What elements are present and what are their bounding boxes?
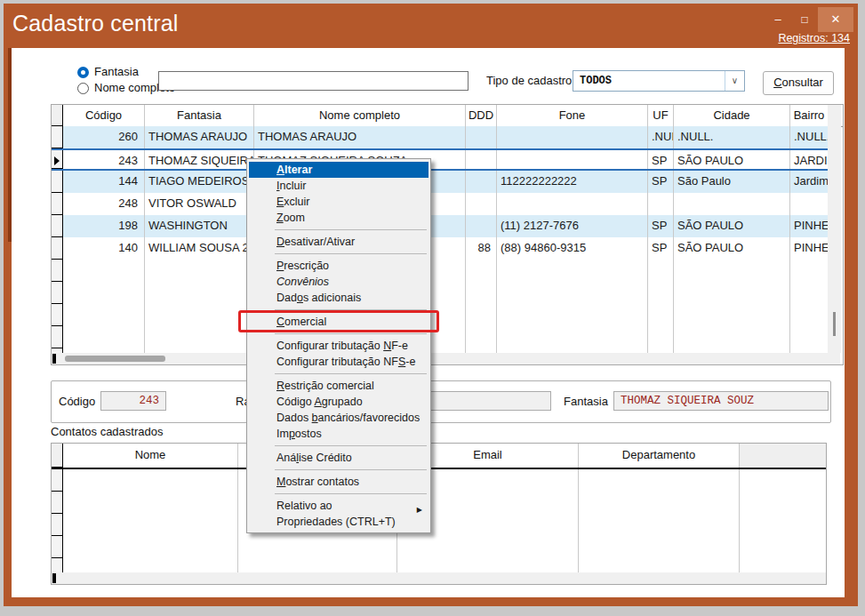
fantasia-radio-label[interactable]: Fantasia bbox=[94, 65, 139, 78]
nome-completo-radio[interactable] bbox=[77, 83, 89, 94]
menu-item-comercial[interactable]: Comercial bbox=[247, 314, 430, 330]
fantasia-label: Fantasia bbox=[564, 395, 608, 408]
menu-item-convenios[interactable]: Convênios bbox=[247, 274, 430, 290]
vertical-scrollbar[interactable] bbox=[828, 105, 841, 353]
menu-item-configurar-tributacao-nfse[interactable]: Configurar tributação NFS-e bbox=[247, 354, 430, 370]
menu-item-impostos[interactable]: Impostos bbox=[247, 426, 430, 442]
cell-fantasia: THOMAZ SIQUEIRA SOUZ bbox=[145, 150, 254, 169]
search-input[interactable] bbox=[158, 71, 469, 91]
col-header-departamento[interactable]: Departamento bbox=[579, 444, 740, 468]
table-header-row: Código Fantasia Nome completo DDD Fone U… bbox=[52, 105, 843, 127]
cell-ddd bbox=[466, 215, 497, 237]
col-header-bairro[interactable]: Bairro bbox=[790, 105, 828, 126]
cell-fone bbox=[497, 150, 648, 169]
grid-row[interactable]: 248 VITOR OSWALD bbox=[52, 193, 828, 215]
cell-cidade: SÃO PAULO bbox=[674, 215, 790, 237]
empty-row bbox=[52, 260, 828, 282]
cell-ddd bbox=[466, 193, 497, 215]
maximize-button[interactable]: □ bbox=[793, 9, 816, 30]
cell-fantasia: WASHINGTON bbox=[145, 215, 254, 237]
col-header-cidade[interactable]: Cidade bbox=[674, 105, 790, 126]
content-area: Fantasia Nome completo Tipo de cadastro … bbox=[12, 48, 845, 597]
chevron-down-icon[interactable]: ∨ bbox=[725, 71, 744, 91]
codigo-label: Código bbox=[59, 395, 95, 408]
menu-item-alterar[interactable]: Alterar bbox=[249, 162, 428, 178]
menu-item-zoom[interactable]: Zoom bbox=[247, 210, 430, 226]
grid-row-selected[interactable]: 243 THOMAZ SIQUEIRA SOUZ THOMAZ SIQUEIRA… bbox=[52, 148, 828, 171]
col-header-nome[interactable]: Nome bbox=[63, 444, 238, 468]
cell-codigo: 248 bbox=[63, 193, 145, 215]
records-table: Código Fantasia Nome completo DDD Fone U… bbox=[51, 104, 844, 365]
menu-item-codigo-agrupado[interactable]: Código Agrupado bbox=[247, 394, 430, 410]
scrollbar-thumb[interactable] bbox=[833, 312, 836, 336]
menu-item-dados-bancarios[interactable]: Dados bancários/favorecidos bbox=[247, 410, 430, 426]
cell-uf bbox=[648, 193, 674, 215]
cell-bairro bbox=[790, 193, 828, 215]
menu-separator bbox=[275, 253, 427, 254]
tipo-cadastro-label: Tipo de cadastro bbox=[486, 74, 572, 87]
cell-fone bbox=[497, 193, 648, 215]
row-selector[interactable] bbox=[52, 150, 63, 169]
cell-uf: .NULL. bbox=[648, 126, 674, 148]
col-header-uf[interactable]: UF bbox=[648, 105, 674, 126]
contacts-table: Nome Email Departamento bbox=[51, 443, 827, 585]
grid-row[interactable]: 140 WILLIAM SOUSA 2 88 (88) 94860-9315 S… bbox=[52, 237, 828, 260]
row-selector[interactable] bbox=[52, 237, 63, 260]
menu-item-dados-adicionais[interactable]: Dados adicionais bbox=[247, 290, 430, 306]
col-header-extra[interactable] bbox=[740, 444, 826, 468]
cell-fantasia: VITOR OSWALD bbox=[145, 193, 254, 215]
scrollbar-thumb[interactable] bbox=[65, 356, 165, 362]
grid-row[interactable]: 144 TIAGO MEDEIROS 112222222222 SP São P… bbox=[52, 171, 828, 193]
cell-cidade: SÃO PAULO bbox=[674, 237, 790, 260]
header-gutter bbox=[52, 444, 63, 468]
menu-item-analise-credito[interactable]: Análise Crédito bbox=[247, 450, 430, 466]
empty-row bbox=[52, 282, 828, 304]
horizontal-scrollbar[interactable] bbox=[52, 572, 826, 584]
cell-codigo: 260 bbox=[63, 126, 145, 148]
menu-item-restricao-comercial[interactable]: Restrição comercial bbox=[247, 378, 430, 394]
window-title: Cadastro central bbox=[12, 11, 179, 36]
app-window: Cadastro central – □ ✕ Registros: 134 bbox=[4, 4, 858, 606]
menu-item-prescricao[interactable]: Prescrição bbox=[247, 258, 430, 274]
menu-item-incluir[interactable]: Incluir bbox=[247, 178, 430, 194]
row-selector[interactable] bbox=[52, 126, 63, 148]
grid-row[interactable]: 260 THOMAS ARAUJO THOMAS ARAUJO .NULL. .… bbox=[52, 126, 828, 148]
row-selector[interactable] bbox=[52, 215, 63, 237]
menu-item-relativo-ao[interactable]: Relativo ao▶ bbox=[247, 498, 430, 514]
menu-item-configurar-tributacao-nfe[interactable]: Configurar tributação NF-e bbox=[247, 338, 430, 354]
cell-cidade: .NULL. bbox=[674, 126, 790, 148]
tipo-cadastro-select[interactable]: TODOS ∨ bbox=[573, 70, 745, 92]
col-header-nome[interactable]: Nome completo bbox=[254, 105, 466, 126]
menu-item-propriedades[interactable]: Propriedades (CTRL+T) bbox=[247, 514, 430, 530]
horizontal-scrollbar[interactable] bbox=[52, 353, 840, 364]
cell-uf: SP bbox=[648, 150, 674, 169]
fantasia-field: THOMAZ SIQUEIRA SOUZ bbox=[613, 391, 829, 411]
menu-item-desativar-ativar[interactable]: Desativar/Ativar bbox=[247, 234, 430, 250]
consultar-button[interactable]: Consultar bbox=[763, 71, 834, 95]
col-header-codigo[interactable]: Código bbox=[63, 105, 145, 126]
cell-cidade: SÃO PAULO bbox=[674, 150, 790, 169]
cell-codigo: 140 bbox=[63, 237, 145, 260]
menu-item-excluir[interactable]: Excluir bbox=[247, 194, 430, 210]
scrollbar-origin-mark bbox=[52, 573, 56, 583]
col-header-ddd[interactable]: DDD bbox=[466, 105, 497, 126]
tipo-cadastro-value: TODOS bbox=[580, 75, 612, 87]
col-header-fantasia[interactable]: Fantasia bbox=[145, 105, 254, 126]
row-selector[interactable] bbox=[52, 171, 63, 193]
minimize-button[interactable]: – bbox=[766, 9, 789, 30]
registros-link[interactable]: Registros: 134 bbox=[778, 32, 850, 44]
menu-separator bbox=[275, 373, 427, 374]
menu-separator bbox=[275, 493, 427, 494]
empty-row bbox=[52, 492, 826, 514]
grid-row[interactable]: 198 WASHINGTON (11) 2127-7676 SP SÃO PAU… bbox=[52, 215, 828, 237]
col-header-fone[interactable]: Fone bbox=[497, 105, 648, 126]
row-selector[interactable] bbox=[52, 193, 63, 215]
cell-fone: 112222222222 bbox=[497, 171, 648, 193]
cell-bairro: Jardim bbox=[790, 171, 828, 193]
menu-separator bbox=[275, 229, 427, 230]
empty-row bbox=[52, 326, 828, 348]
menu-item-mostrar-contatos[interactable]: Mostrar contatos bbox=[247, 474, 430, 490]
close-button[interactable]: ✕ bbox=[818, 7, 853, 32]
cell-bairro: PINHEIR bbox=[790, 215, 828, 237]
fantasia-radio[interactable] bbox=[77, 67, 89, 78]
